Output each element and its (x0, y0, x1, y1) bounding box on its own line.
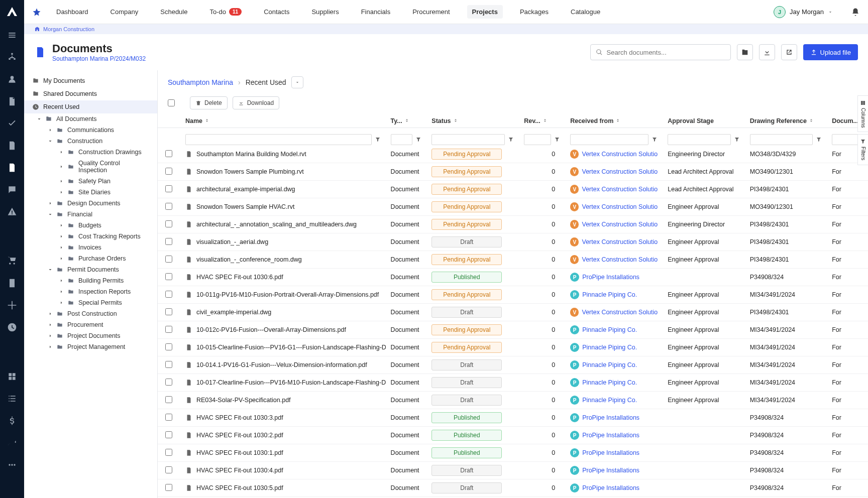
table-row[interactable]: HVAC SPEC Fit-out 1030:3.pdf Document Pu… (158, 409, 868, 427)
warning-icon[interactable] (7, 207, 17, 217)
row-checkbox[interactable] (165, 220, 172, 227)
folder-item[interactable]: Site Diaries (24, 187, 157, 198)
invoice-icon[interactable] (7, 278, 17, 288)
received-from[interactable]: VVertex Construction Solutio (570, 185, 658, 194)
table-row[interactable]: HVAC SPEC Fit-out 1030:4.pdf Document Dr… (158, 462, 868, 479)
table-row[interactable]: visualization_-_conference_room.dwg Docu… (158, 251, 868, 269)
row-checkbox[interactable] (165, 238, 172, 245)
row-checkbox[interactable] (165, 343, 172, 350)
file-plus-icon[interactable] (7, 141, 17, 151)
row-checkbox[interactable] (165, 291, 172, 298)
breadcrumb-menu-button[interactable] (291, 76, 303, 88)
filter-ref-input[interactable] (750, 134, 813, 145)
folder-item[interactable]: Post Construction (24, 308, 157, 319)
nav-item-suppliers[interactable]: Suppliers (306, 5, 344, 19)
filter-icon[interactable] (652, 137, 658, 143)
folder-item[interactable]: Budgets (24, 220, 157, 231)
col-received[interactable]: Received from (565, 114, 663, 128)
folder-item[interactable]: Purchase Orders (24, 253, 157, 264)
folder-item[interactable]: Permit Documents (24, 264, 157, 275)
filter-icon[interactable] (375, 137, 381, 143)
download-button[interactable] (759, 44, 775, 60)
project-link[interactable]: Southampton Marina P/2024/M032 (52, 55, 584, 62)
row-checkbox[interactable] (165, 273, 172, 280)
columns-panel-tab[interactable]: Columns (857, 95, 868, 132)
share-button[interactable] (781, 44, 797, 60)
nav-item-financials[interactable]: Financials (356, 5, 396, 19)
company-crumb[interactable]: Morgan Construction (24, 24, 868, 34)
star-icon[interactable] (32, 8, 41, 17)
col-rev[interactable]: Rev... (519, 114, 565, 128)
col-name[interactable]: Name (180, 114, 386, 128)
folder-item[interactable]: Communications (24, 125, 157, 136)
chat-icon[interactable] (7, 185, 17, 195)
user-menu[interactable]: J Jay Morgan (774, 6, 833, 18)
received-from[interactable]: PProPipe Installations (570, 273, 658, 282)
received-from[interactable]: PPinnacle Piping Co. (570, 343, 658, 352)
nav-item-catalogue[interactable]: Catalogue (566, 5, 605, 19)
received-from[interactable]: VVertex Construction Solutio (570, 167, 658, 176)
received-from[interactable]: PProPipe Installations (570, 448, 658, 457)
dollar-icon[interactable] (7, 416, 17, 426)
table-row[interactable]: HVAC SPEC Fit-out 1030:2.pdf Document Pu… (158, 427, 868, 444)
filter-icon[interactable] (554, 137, 560, 143)
folder-item[interactable]: All Documents (24, 113, 157, 125)
nav-item-company[interactable]: Company (105, 5, 144, 19)
row-checkbox[interactable] (165, 361, 172, 368)
received-from[interactable]: PProPipe Installations (570, 466, 658, 475)
row-checkbox[interactable] (165, 203, 172, 210)
table-row[interactable]: architectural_-_annotation_scaling_and_m… (158, 216, 868, 233)
nav-item-to-do[interactable]: To-do11 (204, 5, 247, 19)
cart-icon[interactable] (7, 256, 17, 266)
check-icon[interactable] (7, 118, 17, 129)
folder-item[interactable]: Project Management (24, 341, 157, 352)
row-checkbox[interactable] (165, 449, 172, 456)
received-from[interactable]: PPinnacle Piping Co. (570, 325, 658, 334)
row-checkbox[interactable] (165, 168, 172, 175)
table-row[interactable]: 10-011g-PV16-M10-Fusion-Portrait-Overall… (158, 286, 868, 304)
table-row[interactable]: RE034-Solar-PV-Specification.pdf Documen… (158, 392, 868, 409)
table-row[interactable]: 10-015-Clearline-Fusion---PV16-G1---Fusi… (158, 339, 868, 356)
folder-item[interactable]: Construction (24, 136, 157, 147)
row-checkbox[interactable] (165, 484, 172, 491)
detail-list-icon[interactable] (7, 394, 17, 404)
nav-item-projects[interactable]: Projects (467, 5, 503, 19)
table-row[interactable]: Snowdon Towers Sample Plumbing.rvt Docum… (158, 163, 868, 181)
my-documents-item[interactable]: My Documents (24, 74, 157, 87)
sitemap-icon[interactable] (7, 52, 17, 62)
filter-icon[interactable] (415, 137, 421, 143)
select-all-checkbox[interactable] (168, 99, 175, 106)
trend-icon[interactable] (7, 438, 17, 448)
row-checkbox[interactable] (165, 326, 172, 333)
nav-item-contacts[interactable]: Contacts (259, 5, 294, 19)
recent-used-item[interactable]: Recent Used (24, 100, 157, 113)
table-row[interactable]: visualization_-_aerial.dwg Document Draf… (158, 233, 868, 251)
new-folder-button[interactable] (737, 44, 753, 60)
filter-name-input[interactable] (185, 134, 372, 145)
filters-panel-tab[interactable]: Filters (857, 134, 868, 165)
table-row[interactable]: civil_example-imperial.dwg Document Draf… (158, 304, 868, 321)
filter-status-input[interactable] (431, 134, 505, 145)
row-checkbox[interactable] (165, 414, 172, 421)
filter-rev-input[interactable] (524, 134, 551, 145)
col-type[interactable]: Ty... (386, 114, 427, 128)
folder-item[interactable]: Invoices (24, 242, 157, 253)
nav-item-packages[interactable]: Packages (515, 5, 554, 19)
ruler-icon[interactable] (7, 300, 17, 310)
folder-item[interactable]: Project Documents (24, 330, 157, 341)
col-stage[interactable]: Approval Stage (663, 114, 744, 128)
row-checkbox[interactable] (165, 185, 172, 192)
row-checkbox[interactable] (165, 379, 172, 386)
received-from[interactable]: VVertex Construction Solutio (570, 150, 658, 159)
filter-stage-input[interactable] (668, 134, 730, 145)
upload-button[interactable]: Upload file (803, 44, 858, 60)
received-from[interactable]: VVertex Construction Solutio (570, 202, 658, 211)
grid-icon[interactable] (7, 371, 17, 382)
row-checkbox[interactable] (165, 396, 172, 403)
folder-item[interactable]: Construction Drawings (24, 147, 157, 158)
received-from[interactable]: PPinnacle Piping Co. (570, 378, 658, 387)
received-from[interactable]: VVertex Construction Solutio (570, 237, 658, 246)
clock-icon[interactable] (7, 322, 17, 332)
table-row[interactable]: HVAC SPEC Fit-out 1030:1.pdf Document Pu… (158, 444, 868, 462)
filter-icon[interactable] (816, 137, 822, 143)
